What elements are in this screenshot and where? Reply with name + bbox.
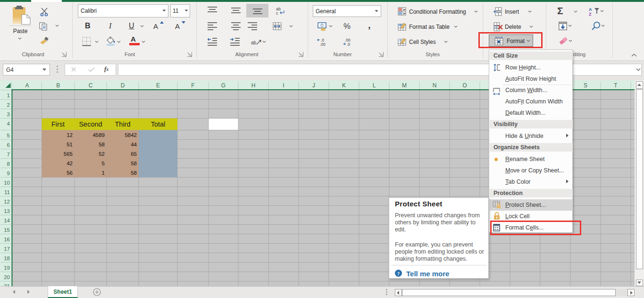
svg-text:58: 58 bbox=[131, 161, 137, 166]
svg-text:3: 3 bbox=[7, 111, 10, 117]
svg-text:44: 44 bbox=[131, 142, 137, 147]
svg-text:16: 16 bbox=[4, 237, 10, 242]
svg-text:O: O bbox=[462, 82, 467, 89]
svg-text:15: 15 bbox=[4, 227, 10, 233]
svg-text:5: 5 bbox=[7, 133, 10, 138]
svg-text:42: 42 bbox=[67, 161, 73, 166]
svg-text:E: E bbox=[156, 82, 160, 89]
svg-text:B: B bbox=[56, 82, 60, 89]
svg-text:ab: ab bbox=[251, 40, 257, 45]
svg-text:17: 17 bbox=[4, 246, 10, 252]
svg-text:10: 10 bbox=[4, 180, 10, 186]
svg-text:5842: 5842 bbox=[125, 132, 137, 138]
svg-text:c: c bbox=[276, 11, 278, 16]
svg-text:18: 18 bbox=[4, 255, 10, 261]
svg-text:56: 56 bbox=[67, 170, 73, 176]
svg-text:Z: Z bbox=[589, 12, 592, 17]
svg-text:Total: Total bbox=[151, 120, 166, 128]
svg-text:F: F bbox=[191, 82, 194, 89]
svg-text:4: 4 bbox=[7, 121, 10, 127]
svg-text:12: 12 bbox=[67, 132, 73, 138]
svg-text:C: C bbox=[89, 82, 93, 89]
svg-text:Second: Second bbox=[79, 120, 102, 128]
svg-text:S: S bbox=[584, 82, 587, 89]
svg-text:A: A bbox=[589, 7, 592, 12]
svg-text:Third: Third bbox=[115, 120, 130, 128]
svg-text:N: N bbox=[433, 82, 437, 89]
svg-text:M: M bbox=[402, 82, 407, 89]
svg-text:52: 52 bbox=[99, 151, 105, 157]
svg-text:5: 5 bbox=[102, 161, 105, 166]
svg-text:First: First bbox=[51, 120, 65, 128]
svg-text:.0: .0 bbox=[347, 42, 350, 46]
svg-text:G: G bbox=[221, 82, 226, 89]
svg-text:58: 58 bbox=[131, 170, 137, 176]
svg-text:65: 65 bbox=[131, 151, 137, 157]
svg-text:L: L bbox=[373, 82, 376, 89]
svg-text:6: 6 bbox=[7, 142, 10, 148]
svg-text:19: 19 bbox=[4, 265, 10, 271]
svg-text:4589: 4589 bbox=[92, 132, 105, 138]
svg-text:11: 11 bbox=[4, 189, 10, 195]
svg-text:H: H bbox=[251, 82, 256, 89]
svg-text:565: 565 bbox=[64, 151, 73, 157]
svg-text:12: 12 bbox=[4, 199, 10, 204]
svg-text:14: 14 bbox=[4, 218, 10, 223]
svg-text:51: 51 bbox=[67, 142, 73, 147]
svg-text:J: J bbox=[312, 82, 315, 89]
svg-text:A: A bbox=[25, 82, 29, 89]
svg-text:1: 1 bbox=[102, 170, 105, 176]
svg-text:13: 13 bbox=[4, 208, 10, 214]
svg-text:K: K bbox=[342, 82, 346, 89]
svg-text:9: 9 bbox=[7, 170, 10, 176]
svg-text:58: 58 bbox=[99, 142, 105, 147]
svg-text:20: 20 bbox=[4, 274, 10, 280]
svg-text:1: 1 bbox=[7, 93, 10, 98]
svg-text:7: 7 bbox=[7, 152, 10, 157]
svg-text:T: T bbox=[614, 82, 618, 89]
svg-text:?: ? bbox=[397, 271, 400, 276]
svg-text:D: D bbox=[121, 82, 125, 89]
svg-text:I: I bbox=[283, 82, 284, 89]
svg-text:8: 8 bbox=[7, 161, 10, 167]
svg-text:2: 2 bbox=[7, 102, 10, 108]
svg-text:.00: .00 bbox=[320, 42, 326, 46]
